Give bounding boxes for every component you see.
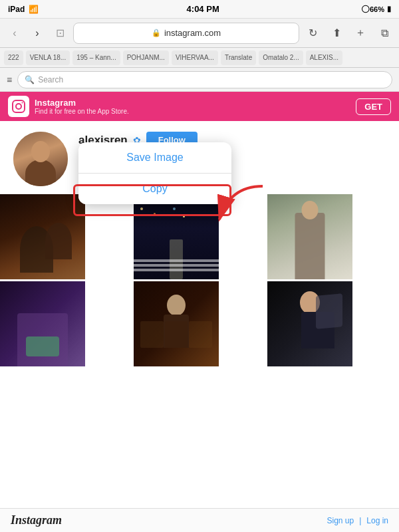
context-menu: Save Image Copy <box>78 142 231 204</box>
grid-photo[interactable] <box>267 281 352 366</box>
get-app-button[interactable]: GET <box>356 98 391 115</box>
battery-icon: ▮ <box>387 5 391 13</box>
avatar-image <box>13 132 68 186</box>
browser-actions: ↻ ⬆ ＋ ⧉ <box>303 24 394 43</box>
grid-photo[interactable] <box>0 281 85 366</box>
share-button[interactable]: ⬆ <box>327 24 346 43</box>
grid-photo[interactable] <box>134 281 219 366</box>
photo-grid <box>0 194 399 366</box>
save-image-menu-item[interactable]: Save Image <box>78 142 231 174</box>
reader-button[interactable]: ⊡ <box>51 24 69 43</box>
grid-photo[interactable] <box>0 194 85 279</box>
reload-button[interactable]: ↻ <box>303 24 322 43</box>
lock-icon: 🔒 <box>152 29 161 37</box>
grid-photo[interactable] <box>134 194 219 279</box>
device-label: iPad <box>8 5 25 14</box>
new-tab-button[interactable]: ＋ <box>351 24 370 43</box>
search-icon: 🔍 <box>25 75 35 84</box>
tabs-button[interactable]: ⧉ <box>375 24 394 43</box>
grid-photo[interactable] <box>267 194 352 279</box>
footer-brand: Instagram <box>11 513 62 527</box>
profile-area: alexisren ✿ Follow 239 following linktr.… <box>0 121 399 194</box>
tab-item[interactable]: 222 <box>4 51 23 65</box>
url-text: instagram.com <box>164 28 221 38</box>
battery-label: 66% <box>370 5 384 13</box>
tab-item[interactable]: Omatalo 2... <box>259 51 303 65</box>
wifi-icon: 📶 <box>29 5 39 14</box>
svg-point-2 <box>22 102 23 104</box>
banner-text: Instagram Find it for free on the App St… <box>35 98 350 115</box>
footer-separator: | <box>359 516 361 525</box>
tab-item[interactable]: ALEXIS... <box>306 51 342 65</box>
login-link[interactable]: Log in <box>366 516 388 525</box>
banner-subtitle: Find it for free on the App Store. <box>35 108 350 115</box>
search-field[interactable]: 🔍 Search <box>17 71 392 88</box>
tab-item[interactable]: VENLA 18... <box>26 51 70 65</box>
app-banner: Instagram Find it for free on the App St… <box>0 92 399 121</box>
url-bar[interactable]: 🔒 instagram.com <box>73 23 299 44</box>
banner-title: Instagram <box>35 98 350 108</box>
signup-link[interactable]: Sign up <box>327 516 354 525</box>
search-placeholder: Search <box>38 75 63 84</box>
svg-rect-0 <box>13 100 25 112</box>
status-left: iPad 📶 <box>8 5 39 14</box>
tab-item[interactable]: 195 – Kann... <box>72 51 120 65</box>
tab-item[interactable]: POHJANM... <box>123 51 169 65</box>
copy-menu-item[interactable]: Copy <box>78 174 231 204</box>
browser-toolbar: ‹ › ⊡ 🔒 instagram.com ↻ ⬆ ＋ ⧉ <box>0 19 399 48</box>
page-footer: Instagram Sign up | Log in <box>0 508 399 532</box>
forward-button[interactable]: › <box>28 24 47 43</box>
svg-point-1 <box>16 104 21 109</box>
footer-links: Sign up | Log in <box>327 516 388 525</box>
back-button[interactable]: ‹ <box>5 24 24 43</box>
status-bar: iPad 📶 4:04 PM ⃝ 66% ▮ <box>0 0 399 19</box>
status-right: ⃝ 66% ▮ <box>367 5 391 13</box>
hamburger-icon[interactable]: ≡ <box>7 74 12 85</box>
search-bar-row: ≡ 🔍 Search <box>0 68 399 92</box>
tab-item[interactable]: VIHERVAA... <box>172 51 218 65</box>
tab-item[interactable]: Translate <box>221 51 256 65</box>
time-display: 4:04 PM <box>187 4 219 14</box>
avatar <box>13 132 68 186</box>
tabs-bar: 222 VENLA 18... 195 – Kann... POHJANM...… <box>0 48 399 68</box>
app-icon <box>8 96 29 117</box>
